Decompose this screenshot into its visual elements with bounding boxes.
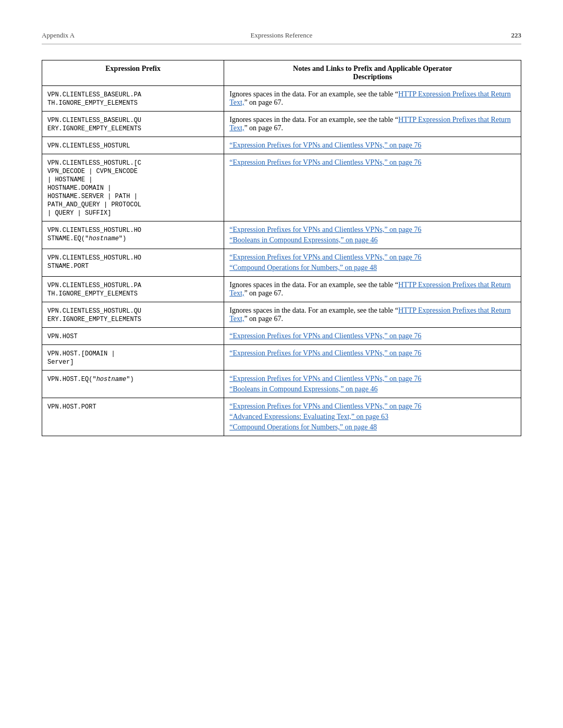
notes-cell: “Expression Prefixes for VPNs and Client… bbox=[224, 154, 521, 221]
notes-cell: “Expression Prefixes for VPNs and Client… bbox=[224, 137, 521, 154]
prefix-cell: VPN.CLIENTLESS_BASEURL.PATH.IGNORE_EMPTY… bbox=[42, 86, 224, 112]
prefix-cell: VPN.CLIENTLESS_HOSTURL.PATH.IGNORE_EMPTY… bbox=[42, 277, 224, 302]
notes-cell: Ignores spaces in the data. For an examp… bbox=[224, 302, 521, 328]
table-row: VPN.CLIENTLESS_HOSTURL.PATH.IGNORE_EMPTY… bbox=[42, 277, 521, 302]
table-row: VPN.CLIENTLESS_HOSTURL.QUERY.IGNORE_EMPT… bbox=[42, 302, 521, 328]
table-row: VPN.CLIENTLESS_HOSTURL.HOSTNAME.EQ("host… bbox=[42, 221, 521, 249]
notes-cell: “Expression Prefixes for VPNs and Client… bbox=[224, 249, 521, 277]
col-header-prefix: Expression Prefix bbox=[42, 60, 224, 86]
notes-cell: Ignores spaces in the data. For an examp… bbox=[224, 112, 521, 137]
prefix-cell: VPN.CLIENTLESS_HOSTURL.[CVPN_DECODE | CV… bbox=[42, 154, 224, 221]
col-header-notes: Notes and Links to Prefix and Applicable… bbox=[224, 60, 521, 86]
notes-cell: “Expression Prefixes for VPNs and Client… bbox=[224, 345, 521, 371]
prefix-cell: VPN.CLIENTLESS_HOSTURL.QUERY.IGNORE_EMPT… bbox=[42, 302, 224, 328]
prefix-cell: VPN.HOST.[DOMAIN |Server] bbox=[42, 345, 224, 371]
prefix-cell: VPN.HOST bbox=[42, 328, 224, 345]
notes-link[interactable]: HTTP Expression Prefixes that Return Tex… bbox=[229, 116, 511, 132]
table-row: VPN.CLIENTLESS_HOSTURL.HOSTNAME.PORT“Exp… bbox=[42, 249, 521, 277]
notes-cell: Ignores spaces in the data. For an examp… bbox=[224, 86, 521, 112]
notes-link[interactable]: “Expression Prefixes for VPNs and Client… bbox=[229, 402, 516, 411]
prefix-cell: VPN.CLIENTLESS_BASEURL.QUERY.IGNORE_EMPT… bbox=[42, 112, 224, 137]
header-title: Expressions Reference bbox=[162, 31, 401, 40]
table-row: VPN.CLIENTLESS_BASEURL.QUERY.IGNORE_EMPT… bbox=[42, 112, 521, 137]
notes-cell: “Expression Prefixes for VPNs and Client… bbox=[224, 221, 521, 249]
table-row: VPN.HOST.EQ("hostname")“Expression Prefi… bbox=[42, 371, 521, 398]
header-page-number: 223 bbox=[401, 31, 521, 40]
notes-link[interactable]: “Expression Prefixes for VPNs and Client… bbox=[229, 349, 516, 357]
table-row: VPN.HOST.PORT“Expression Prefixes for VP… bbox=[42, 398, 521, 436]
notes-link[interactable]: “Booleans in Compound Expressions,” on p… bbox=[229, 236, 516, 244]
notes-link[interactable]: “Expression Prefixes for VPNs and Client… bbox=[229, 141, 516, 150]
notes-link[interactable]: “Booleans in Compound Expressions,” on p… bbox=[229, 385, 516, 393]
page-header: Appendix A Expressions Reference 223 bbox=[42, 31, 521, 44]
expression-table: Expression Prefix Notes and Links to Pre… bbox=[42, 60, 521, 436]
header-appendix: Appendix A bbox=[42, 31, 162, 40]
page: Appendix A Expressions Reference 223 Exp… bbox=[0, 0, 563, 728]
notes-link[interactable]: “Expression Prefixes for VPNs and Client… bbox=[229, 158, 516, 167]
notes-link[interactable]: “Expression Prefixes for VPNs and Client… bbox=[229, 226, 516, 234]
notes-link[interactable]: “Expression Prefixes for VPNs and Client… bbox=[229, 332, 516, 340]
table-row: VPN.CLIENTLESS_HOSTURL.[CVPN_DECODE | CV… bbox=[42, 154, 521, 221]
notes-cell: “Expression Prefixes for VPNs and Client… bbox=[224, 371, 521, 398]
prefix-cell: VPN.CLIENTLESS_HOSTURL.HOSTNAME.EQ("host… bbox=[42, 221, 224, 249]
notes-link[interactable]: HTTP Expression Prefixes that Return Tex… bbox=[229, 306, 511, 323]
prefix-cell: VPN.HOST.PORT bbox=[42, 398, 224, 436]
table-header-row: Expression Prefix Notes and Links to Pre… bbox=[42, 60, 521, 86]
notes-link[interactable]: “Advanced Expressions: Evaluating Text,”… bbox=[229, 413, 516, 421]
notes-link[interactable]: “Expression Prefixes for VPNs and Client… bbox=[229, 375, 516, 383]
notes-cell: “Expression Prefixes for VPNs and Client… bbox=[224, 328, 521, 345]
table-row: VPN.CLIENTLESS_HOSTURL“Expression Prefix… bbox=[42, 137, 521, 154]
notes-cell: Ignores spaces in the data. For an examp… bbox=[224, 277, 521, 302]
notes-link[interactable]: “Expression Prefixes for VPNs and Client… bbox=[229, 253, 516, 262]
notes-link[interactable]: HTTP Expression Prefixes that Return Tex… bbox=[229, 281, 511, 297]
notes-link[interactable]: “Compound Operations for Numbers,” on pa… bbox=[229, 264, 516, 272]
notes-cell: “Expression Prefixes for VPNs and Client… bbox=[224, 398, 521, 436]
prefix-cell: VPN.CLIENTLESS_HOSTURL bbox=[42, 137, 224, 154]
table-row: VPN.HOST.[DOMAIN |Server]“Expression Pre… bbox=[42, 345, 521, 371]
table-row: VPN.HOST“Expression Prefixes for VPNs an… bbox=[42, 328, 521, 345]
prefix-cell: VPN.CLIENTLESS_HOSTURL.HOSTNAME.PORT bbox=[42, 249, 224, 277]
notes-link[interactable]: “Compound Operations for Numbers,” on pa… bbox=[229, 423, 516, 431]
table-row: VPN.CLIENTLESS_BASEURL.PATH.IGNORE_EMPTY… bbox=[42, 86, 521, 112]
notes-link[interactable]: HTTP Expression Prefixes that Return Tex… bbox=[229, 90, 511, 106]
prefix-cell: VPN.HOST.EQ("hostname") bbox=[42, 371, 224, 398]
